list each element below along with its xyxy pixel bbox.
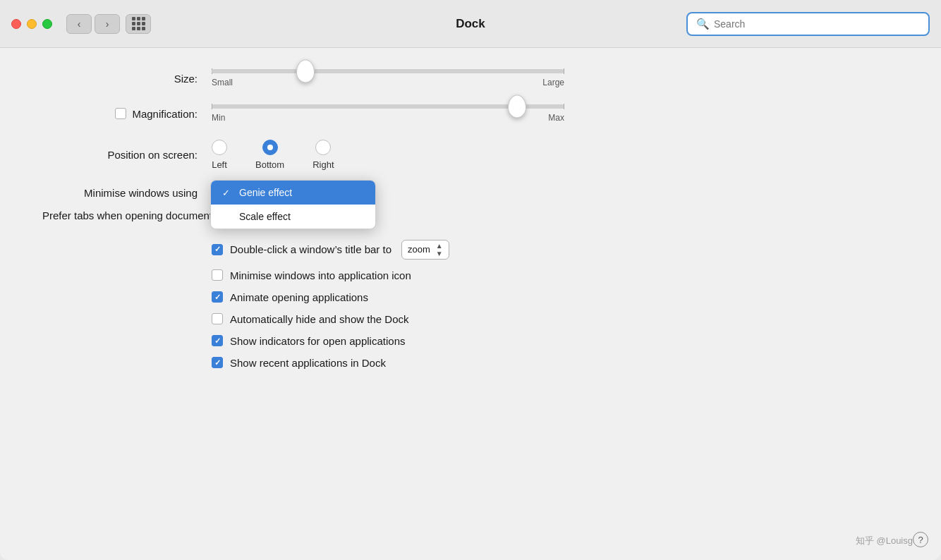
- magnification-slider-thumb[interactable]: [508, 95, 526, 118]
- zoom-dropdown[interactable]: zoom ▲ ▼: [401, 240, 449, 260]
- magnification-checkbox[interactable]: [115, 108, 126, 119]
- maximize-button[interactable]: [42, 19, 52, 29]
- zoom-arrows-icon: ▲ ▼: [436, 242, 443, 257]
- position-right-label: Right: [312, 159, 334, 170]
- magnification-label-wrap: Magnification:: [42, 108, 198, 120]
- double-click-label: Double-click a window’s title bar to: [230, 243, 391, 255]
- position-label: Position on screen:: [42, 149, 198, 161]
- auto-hide-checkbox[interactable]: [212, 313, 223, 324]
- search-input[interactable]: [714, 18, 920, 30]
- position-left-label: Left: [212, 159, 227, 170]
- show-recent-row: Show recent applications in Dock: [212, 357, 899, 369]
- minimise-row: Minimise windows using ✓ Genie effect Sc…: [42, 187, 899, 199]
- minimise-icon-label: Minimise windows into application icon: [230, 269, 411, 281]
- genie-effect-option[interactable]: ✓ Genie effect: [211, 181, 375, 205]
- search-icon: 🔍: [696, 18, 710, 30]
- animate-label: Animate opening applications: [230, 291, 368, 303]
- content: Size: Small Large Magnification:: [0, 48, 941, 560]
- minimize-button[interactable]: [27, 19, 37, 29]
- radio-inner: [267, 145, 273, 150]
- window: ‹ › Dock 🔍 Size:: [0, 0, 941, 560]
- tabs-label-text: Prefer tabs when opening documents:: [42, 209, 221, 221]
- size-labels: Small Large: [212, 78, 564, 87]
- position-bottom[interactable]: Bottom: [255, 140, 284, 170]
- tabs-row: Prefer tabs when opening documents: Only…: [42, 205, 899, 227]
- size-label: Size:: [42, 73, 198, 85]
- scale-effect-label: Scale effect: [239, 211, 291, 222]
- magnification-label: Magnification:: [132, 108, 198, 120]
- forward-button[interactable]: ›: [95, 14, 120, 34]
- magnification-slider-container: Min Max: [212, 104, 564, 123]
- help-icon: ?: [918, 535, 923, 545]
- genie-effect-label: Genie effect: [239, 187, 292, 198]
- animate-row: Animate opening applications: [212, 291, 899, 303]
- traffic-lights: [11, 19, 52, 29]
- checkmark-icon: ✓: [222, 188, 233, 198]
- minimise-label: Minimise windows using: [42, 187, 198, 199]
- tabs-label: Prefer tabs when opening documents:: [42, 209, 221, 221]
- minimise-icon-checkbox[interactable]: [212, 269, 223, 281]
- show-indicators-checkbox[interactable]: [212, 335, 223, 346]
- zoom-value: zoom: [408, 244, 430, 255]
- magnification-max-label: Max: [548, 113, 564, 123]
- search-box[interactable]: 🔍: [686, 12, 930, 36]
- position-row: Position on screen: Left Bottom Right: [42, 140, 899, 170]
- auto-hide-label: Automatically hide and show the Dock: [230, 313, 408, 325]
- position-right[interactable]: Right: [312, 140, 334, 170]
- minimise-label-text: Minimise windows using: [84, 187, 198, 199]
- magnification-min-label: Min: [212, 113, 225, 123]
- grid-view-button[interactable]: [126, 14, 151, 34]
- minimise-icon-row: Minimise windows into application icon: [212, 269, 899, 281]
- checkbox-rows: Double-click a window’s title bar to zoo…: [212, 240, 899, 369]
- position-radio-group: Left Bottom Right: [212, 140, 334, 170]
- show-recent-label: Show recent applications in Dock: [230, 357, 386, 369]
- double-click-row: Double-click a window’s title bar to zoo…: [212, 240, 899, 260]
- size-large-label: Large: [542, 78, 564, 87]
- size-slider-thumb[interactable]: [296, 60, 315, 83]
- titlebar: ‹ › Dock 🔍: [0, 0, 941, 48]
- help-button[interactable]: ?: [913, 532, 928, 547]
- position-left-radio[interactable]: [212, 140, 227, 155]
- position-bottom-label: Bottom: [255, 159, 284, 170]
- minimise-popup-menu[interactable]: ✓ Genie effect Scale effect: [210, 180, 376, 229]
- magnification-row: Magnification: Min Max: [42, 104, 899, 123]
- magnification-slider-track[interactable]: [212, 104, 564, 109]
- double-click-checkbox[interactable]: [212, 244, 223, 255]
- back-button[interactable]: ‹: [66, 14, 92, 34]
- position-bottom-radio[interactable]: [262, 140, 278, 155]
- show-indicators-row: Show indicators for open applications: [212, 335, 899, 347]
- window-title: Dock: [456, 17, 485, 31]
- zoom-down-arrow: ▼: [436, 250, 443, 257]
- size-slider-container: Small Large: [212, 69, 564, 87]
- show-recent-checkbox[interactable]: [212, 357, 223, 368]
- close-button[interactable]: [11, 19, 21, 29]
- scale-effect-option[interactable]: Scale effect: [211, 205, 375, 229]
- size-slider-track[interactable]: [212, 69, 564, 73]
- size-small-label: Small: [212, 78, 233, 87]
- nav-buttons: ‹ ›: [66, 14, 120, 34]
- show-indicators-label: Show indicators for open applications: [230, 335, 405, 347]
- position-right-radio[interactable]: [315, 140, 331, 155]
- zoom-up-arrow: ▲: [436, 242, 443, 250]
- watermark: 知乎 @Louisg: [856, 535, 913, 547]
- auto-hide-row: Automatically hide and show the Dock: [212, 313, 899, 325]
- position-left[interactable]: Left: [212, 140, 227, 170]
- size-row: Size: Small Large: [42, 69, 899, 87]
- animate-checkbox[interactable]: [212, 291, 223, 303]
- grid-icon: [132, 17, 145, 30]
